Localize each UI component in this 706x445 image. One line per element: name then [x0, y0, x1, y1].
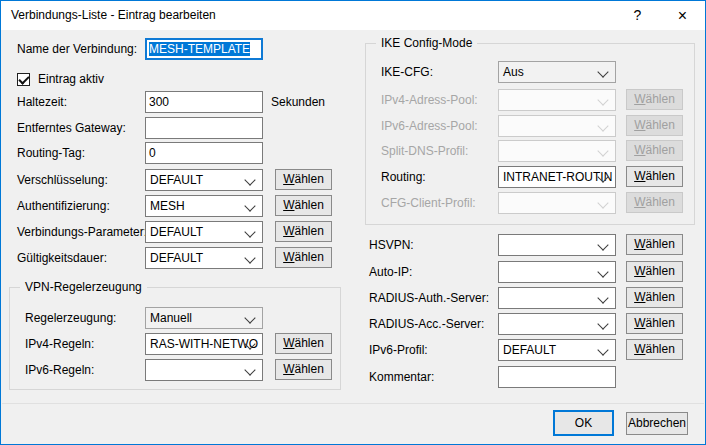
ike-cfg-row: IKE-CFG: Aus	[1, 61, 706, 83]
radius-acc-server-label: RADIUS-Acc.-Server:	[369, 313, 484, 335]
help-icon: ?	[634, 7, 642, 23]
connection-edit-dialog: Verbindungs-Liste - Eintrag bearbeiten ?…	[0, 0, 706, 445]
split-dns-profile-label: Split-DNS-Profil:	[381, 140, 468, 162]
ipv6-profile-label: IPv6-Profil:	[369, 339, 428, 361]
cfg-client-profile-combo	[498, 192, 616, 214]
cfg-client-profile-label: CFG-Client-Profil:	[381, 192, 476, 214]
hsvpn-combo[interactable]	[498, 234, 616, 256]
ipv6-address-pool-select-button: Wählen	[626, 115, 683, 136]
radius-acc-server-select-button[interactable]: Wählen	[626, 313, 683, 334]
chevron-down-icon	[597, 120, 608, 131]
connection-name-input[interactable]: MESH-TEMPLATE	[145, 38, 263, 60]
cancel-button[interactable]: Abbrechen	[626, 412, 688, 435]
split-dns-profile-select-button: Wählen	[626, 140, 683, 161]
cfg-client-profile-row: CFG-Client-Profil: Wählen	[1, 192, 706, 214]
split-dns-profile-row: Split-DNS-Profil: Wählen	[1, 140, 706, 162]
ipv6-address-pool-row: IPv6-Adress-Pool: Wählen	[1, 115, 706, 137]
ipv4-address-pool-select-button: Wählen	[626, 89, 683, 110]
chevron-down-icon	[597, 239, 608, 250]
ike-cfg-value: Aus	[503, 65, 524, 79]
help-button[interactable]: ?	[615, 1, 660, 30]
ike-cfg-dropdown[interactable]: Aus	[498, 61, 616, 83]
comment-label: Kommentar:	[369, 366, 434, 388]
routing-value: INTRANET-ROUTIN	[503, 170, 612, 184]
radius-acc-server-combo[interactable]	[498, 313, 616, 335]
ipv6-profile-value: DEFAULT	[503, 343, 556, 357]
close-button[interactable]: ×	[660, 1, 705, 30]
chevron-down-icon	[597, 292, 608, 303]
hsvpn-select-button[interactable]: Wählen	[626, 234, 683, 255]
cfg-client-profile-select-button: Wählen	[626, 192, 683, 213]
routing-label: Routing:	[381, 166, 426, 188]
ipv6-address-pool-label: IPv6-Adress-Pool:	[381, 115, 478, 137]
comment-row: Kommentar:	[1, 366, 706, 388]
ipv6-profile-select-button[interactable]: Wählen	[626, 339, 683, 360]
ipv4-address-pool-row: IPv4-Adress-Pool: Wählen	[1, 89, 706, 111]
connection-name-row: Name der Verbindung: MESH-TEMPLATE	[1, 38, 706, 60]
auto-ip-row: Auto-IP: Wählen	[1, 261, 706, 283]
auto-ip-label: Auto-IP:	[369, 261, 412, 283]
routing-select-button[interactable]: Wählen	[626, 166, 683, 187]
hsvpn-row: HSVPN: Wählen	[1, 234, 706, 256]
radius-acc-server-row: RADIUS-Acc.-Server: Wählen	[1, 313, 706, 335]
auto-ip-combo[interactable]	[498, 261, 616, 283]
chevron-down-icon	[597, 266, 608, 277]
title-bar[interactable]: Verbindungs-Liste - Eintrag bearbeiten ?…	[1, 1, 705, 30]
radius-auth-server-select-button[interactable]: Wählen	[626, 287, 683, 308]
split-dns-profile-combo	[498, 140, 616, 162]
routing-row: Routing: INTRANET-ROUTIN Wählen	[1, 166, 706, 188]
ipv4-address-pool-label: IPv4-Adress-Pool:	[381, 89, 478, 111]
auto-ip-select-button[interactable]: Wählen	[626, 261, 683, 282]
ipv4-address-pool-combo	[498, 89, 616, 111]
connection-name-label: Name der Verbindung:	[17, 38, 137, 60]
ipv6-address-pool-combo	[498, 115, 616, 137]
ipv6-profile-combo[interactable]: DEFAULT	[498, 339, 616, 361]
close-icon: ×	[678, 7, 687, 24]
chevron-down-icon	[597, 145, 608, 156]
ipv6-profile-row: IPv6-Profil: DEFAULT Wählen	[1, 339, 706, 361]
selected-text: MESH-TEMPLATE	[149, 42, 250, 56]
footer-separator	[2, 403, 704, 404]
chevron-down-icon	[597, 94, 608, 105]
routing-combo[interactable]: INTRANET-ROUTIN	[498, 166, 616, 188]
comment-input[interactable]	[498, 366, 616, 388]
hsvpn-label: HSVPN:	[369, 234, 414, 256]
radius-auth-server-row: RADIUS-Auth.-Server: Wählen	[1, 287, 706, 309]
chevron-down-icon	[597, 344, 608, 355]
ike-cfg-label: IKE-CFG:	[381, 61, 433, 83]
ok-button[interactable]: OK	[553, 410, 614, 436]
chevron-down-icon	[597, 318, 608, 329]
chevron-down-icon	[597, 197, 608, 208]
dialog-title: Verbindungs-Liste - Eintrag bearbeiten	[11, 1, 216, 30]
radius-auth-server-combo[interactable]	[498, 287, 616, 309]
chevron-down-icon	[597, 66, 608, 77]
radius-auth-server-label: RADIUS-Auth.-Server:	[369, 287, 489, 309]
